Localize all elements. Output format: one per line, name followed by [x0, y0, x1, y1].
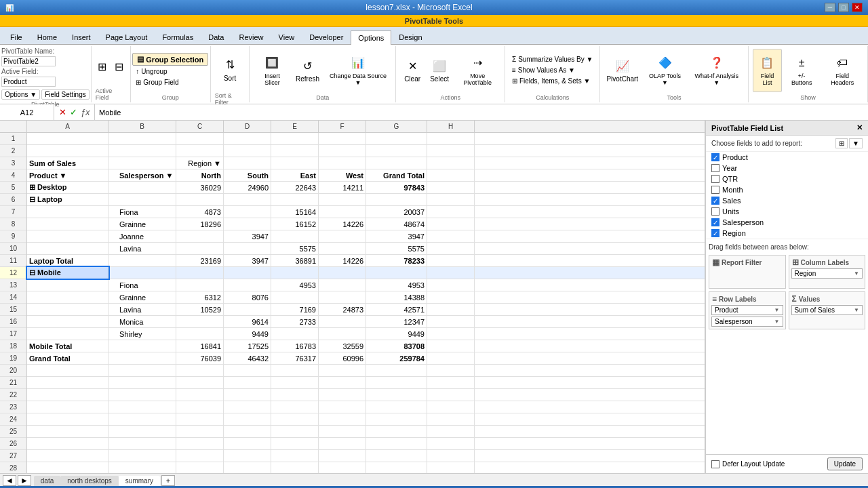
row-header-4[interactable]: 4: [0, 169, 26, 182]
table-row[interactable]: [27, 365, 705, 377]
field-item-salesperson[interactable]: ✓Salesperson: [706, 217, 868, 228]
insert-slicer-btn[interactable]: 🔲 Insert Slicer: [254, 49, 290, 92]
table-row[interactable]: [27, 401, 705, 413]
grid-cell[interactable]: [271, 365, 319, 376]
grid-cell[interactable]: [271, 389, 319, 401]
table-row[interactable]: Fiona49534953: [27, 279, 705, 291]
grid-cell[interactable]: [108, 194, 176, 205]
row-header-14[interactable]: 14: [0, 291, 26, 304]
grid-cell[interactable]: [176, 194, 224, 205]
grid-cell[interactable]: Laptop Total: [27, 255, 108, 266]
grid-cell[interactable]: [427, 133, 475, 144]
grid-cell[interactable]: [271, 267, 319, 279]
grid-cell[interactable]: [271, 450, 319, 462]
table-row[interactable]: [27, 462, 705, 473]
sheet-nav-right-btn[interactable]: ►: [18, 475, 31, 486]
field-item-year[interactable]: Year: [706, 163, 868, 174]
row-header-2[interactable]: 2: [0, 145, 26, 157]
grid-cell[interactable]: [27, 243, 108, 254]
grid-cell[interactable]: [427, 194, 475, 205]
table-row[interactable]: ⊞ Desktop3602924960226431421197843: [27, 182, 705, 194]
grid-cell[interactable]: 10529: [176, 304, 224, 315]
grid-cell[interactable]: [427, 438, 475, 449]
grid-cell[interactable]: 76317: [271, 352, 319, 364]
grid-cell[interactable]: 5575: [271, 243, 319, 254]
grid-cell[interactable]: [319, 291, 366, 303]
sheet-nav-left-btn[interactable]: ◄: [3, 475, 16, 486]
grid-cell[interactable]: [176, 133, 224, 144]
grid-cell[interactable]: 78233: [366, 255, 427, 266]
grid-cell[interactable]: Shirley: [108, 328, 176, 340]
restore-btn[interactable]: □: [838, 3, 849, 12]
sheet-tab-data[interactable]: data: [34, 476, 60, 486]
grid-cell[interactable]: [224, 279, 271, 291]
grid-cell[interactable]: [27, 426, 108, 437]
grid-cell[interactable]: [366, 133, 427, 144]
options-btn[interactable]: Options ▼: [1, 89, 40, 100]
row-header-22[interactable]: 22: [0, 389, 26, 401]
grid-cell[interactable]: 22643: [271, 182, 319, 193]
field-checkbox-region[interactable]: ✓: [711, 229, 719, 237]
table-row[interactable]: [27, 426, 705, 438]
grid-cell[interactable]: East: [271, 169, 319, 181]
grid-cell[interactable]: [271, 413, 319, 425]
grid-cell[interactable]: Joanne: [108, 230, 176, 242]
insert-function-icon[interactable]: ƒx: [81, 107, 90, 117]
row-header-13[interactable]: 13: [0, 279, 26, 291]
grid-cell[interactable]: [27, 401, 108, 413]
grid-cell[interactable]: [319, 145, 366, 157]
table-row[interactable]: Mobile Total1684117525167833255983708: [27, 340, 705, 352]
panel-close-icon[interactable]: ✕: [856, 123, 863, 132]
grid-cell[interactable]: [427, 157, 475, 169]
grid-cell[interactable]: [108, 133, 176, 144]
row-header-11[interactable]: 11: [0, 255, 26, 267]
grid-cell[interactable]: 7169: [271, 304, 319, 315]
field-list-btn[interactable]: 📋 Field List: [753, 49, 782, 92]
grid-cell[interactable]: [108, 267, 176, 279]
grid-cell[interactable]: 14226: [319, 255, 366, 266]
row-header-6[interactable]: 6: [0, 194, 26, 206]
row-header-26[interactable]: 26: [0, 438, 26, 450]
grid-cell[interactable]: [366, 365, 427, 376]
col-header-b[interactable]: B: [108, 121, 176, 132]
table-row[interactable]: Fiona48731516420037: [27, 206, 705, 218]
grid-cell[interactable]: 4953: [366, 279, 427, 291]
group-field-btn[interactable]: ⊞ Group Field: [132, 77, 182, 87]
grid-cell[interactable]: 2733: [271, 316, 319, 327]
grid-cell[interactable]: [176, 243, 224, 254]
table-row[interactable]: Grainne6312807614388: [27, 291, 705, 304]
grid-cell[interactable]: [427, 145, 475, 157]
summarize-values-btn[interactable]: Σ Summarize Values By ▼: [509, 54, 597, 64]
grid-cell[interactable]: West: [319, 169, 366, 181]
row-header-3[interactable]: 3: [0, 157, 26, 169]
formula-input[interactable]: [95, 104, 868, 120]
grid-cell[interactable]: [427, 291, 475, 303]
expand-field-btn[interactable]: ⊞: [94, 58, 110, 76]
grid-cell[interactable]: [319, 401, 366, 413]
table-row[interactable]: ⊟ Laptop: [27, 194, 705, 206]
row-product-dropdown[interactable]: ▼: [774, 307, 780, 313]
row-header-24[interactable]: 24: [0, 413, 26, 426]
grid-cell[interactable]: 17525: [224, 340, 271, 352]
grid-cell[interactable]: Fiona: [108, 206, 176, 218]
grid-cell[interactable]: [271, 230, 319, 242]
grid-cell[interactable]: [27, 462, 108, 473]
grid-cell[interactable]: [271, 426, 319, 437]
grid-cell[interactable]: [366, 462, 427, 473]
tab-view[interactable]: View: [271, 30, 302, 44]
grid-cell[interactable]: [27, 230, 108, 242]
grid-cell[interactable]: [27, 365, 108, 376]
grid-cell[interactable]: [108, 426, 176, 437]
grid-cell[interactable]: [108, 438, 176, 449]
row-header-25[interactable]: 25: [0, 426, 26, 438]
table-row[interactable]: [27, 413, 705, 426]
view-options-btn[interactable]: ⊞: [835, 138, 848, 148]
row-header-20[interactable]: 20: [0, 365, 26, 377]
grid-cell[interactable]: [176, 328, 224, 340]
field-checkbox-year[interactable]: [711, 164, 719, 172]
group-selection-btn[interactable]: ▤ Group Selection: [132, 53, 208, 66]
select-btn[interactable]: ⬜ Select: [427, 49, 452, 92]
grid-cell[interactable]: [319, 279, 366, 291]
grid-cell[interactable]: Grand Total: [366, 169, 427, 181]
grid-cell[interactable]: [319, 206, 366, 218]
